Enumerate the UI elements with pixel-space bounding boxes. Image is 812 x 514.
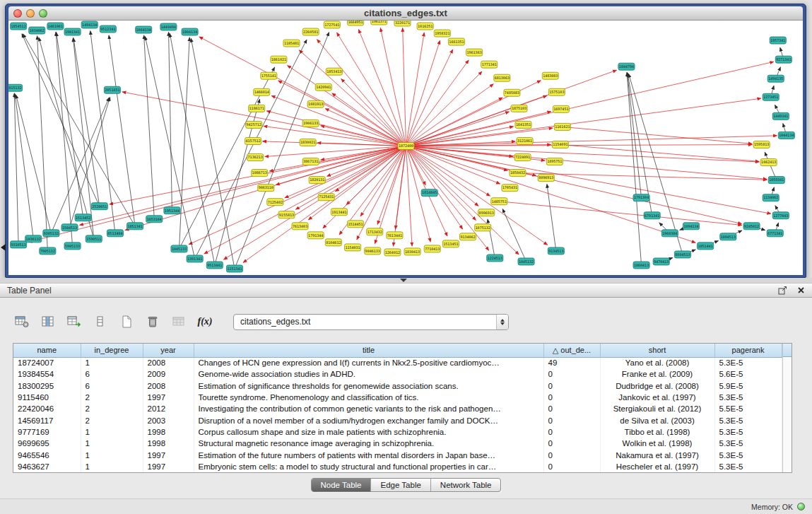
graph-edge[interactable] [406,146,500,184]
graph-edge[interactable] [73,37,93,239]
table-cell[interactable]: 0 [543,449,600,460]
graph-node[interactable]: 1161621 [554,123,570,130]
table-row[interactable]: 946362711997Embryonic stem cells: a mode… [13,461,782,472]
table-cell[interactable]: de Silva et al. (2003) [600,414,714,426]
graph-node[interactable]: 1957341 [770,37,786,44]
graph-edge[interactable] [358,30,406,146]
graph-edge[interactable] [560,144,759,161]
graph-edge[interactable] [37,36,48,251]
table-cell[interactable]: 49 [543,357,600,368]
graph-edge[interactable] [406,112,510,146]
graph-node[interactable]: 1045132 [518,258,534,265]
graph-edge[interactable] [403,28,406,146]
table-cell[interactable]: 5.3E-5 [714,426,782,438]
graph-node[interactable]: 1960384 [661,230,678,237]
graph-node[interactable]: 9310513 [11,241,27,248]
network-view-window[interactable]: citations_edges.txt 18724001185481186102… [5,4,806,278]
table-cell[interactable]: 5.3E-5 [714,438,782,449]
graph-node[interactable]: 1134062 [763,194,779,201]
table-row[interactable]: 977716911998Corpus callosum shape and si… [13,426,782,438]
graph-node[interactable]: 2520651 [91,203,107,210]
graph-node[interactable]: 1844794 [618,63,635,70]
import-table-icon[interactable] [65,313,83,330]
column-header[interactable]: short [600,344,714,357]
table-cell[interactable]: 1998 [143,438,194,449]
column-header[interactable]: title [194,344,543,357]
graph-edge[interactable] [627,73,641,198]
graph-node[interactable]: 1154031 [344,244,360,251]
table-cell[interactable]: Estimation of significance thresholds fo… [194,380,543,392]
table-cell[interactable]: Investigating the contribution of common… [194,403,543,414]
graph-node[interactable]: 8996913 [478,209,495,216]
panel-splitter[interactable] [0,278,812,283]
table-cell[interactable]: Embryonic stem cells: a model to study s… [194,461,543,472]
table-cell[interactable]: 6 [81,368,143,380]
table-cell[interactable]: 2003 [143,414,194,426]
graph-node[interactable]: 1727541 [324,21,340,28]
table-cell[interactable]: 9463627 [13,461,81,472]
graph-node[interactable]: 1755141 [261,72,277,79]
graph-node[interactable]: 1820131 [309,177,325,184]
table-cell[interactable]: Dudbridge et al. (2008) [600,380,714,392]
graph-edge[interactable] [332,93,406,146]
graph-edge[interactable] [191,38,235,269]
table-cell[interactable]: Genome-wide association studies in ADHD. [194,368,543,380]
table-cell[interactable]: 9699695 [13,438,81,449]
network-canvas[interactable]: 1872400118548118610211755141146601411861… [8,21,803,275]
graph-node[interactable]: 1151341 [226,265,242,272]
table-cell[interactable]: 5.3E-5 [714,461,782,472]
combo-stepper-icon[interactable] [496,315,508,329]
graph-node[interactable]: 1485751 [491,198,507,205]
graph-node[interactable]: 3121061 [517,137,533,144]
graph-edge[interactable] [145,36,194,258]
table-cell[interactable]: 2 [81,414,143,426]
graph-node[interactable]: 1958321 [434,30,450,37]
table-cell[interactable]: Wolkin et al. (1998) [600,438,714,449]
table-cell[interactable]: 0 [543,461,600,472]
graph-node[interactable]: 1590511 [86,235,102,243]
graph-node[interactable]: 6791341 [644,212,660,219]
graph-node[interactable]: 9245012 [743,223,760,230]
graph-node[interactable]: 1653104 [146,216,163,223]
table-cell[interactable]: 1 [81,438,143,449]
graph-node[interactable]: 1514451 [347,221,363,228]
graph-edge[interactable] [109,35,135,226]
table-cell[interactable]: 5.3E-5 [714,357,782,368]
graph-edge[interactable] [547,184,556,251]
graph-node[interactable]: 1277043 [772,212,789,219]
graph-node[interactable]: 1420941 [315,83,331,90]
graph-edge[interactable] [406,146,767,179]
close-window-button[interactable] [13,9,22,18]
graph-edge[interactable] [170,33,215,265]
graph-node[interactable]: 1494135 [767,75,784,82]
table-cell[interactable]: 5.3E-5 [714,392,782,403]
graph-edge[interactable] [502,209,526,262]
graph-node[interactable]: 7485083 [504,89,520,96]
table-cell[interactable]: 1998 [143,426,194,438]
network-selector[interactable]: citations_edges.txt [233,314,509,330]
graph-node[interactable]: 1641351 [515,121,531,128]
table-cell[interactable]: 1 [81,449,143,460]
graph-node[interactable]: 1062413 [760,159,777,166]
graph-node[interactable]: 1861021 [271,56,287,63]
graph-edge[interactable] [406,146,479,206]
table-cell[interactable]: 14569117 [13,414,81,426]
graph-node[interactable]: 8804513 [674,251,690,258]
graph-node[interactable]: 1015132 [8,84,23,91]
graph-node[interactable]: 1860413 [633,262,649,269]
graph-node[interactable]: 1391341 [187,255,203,262]
table-row[interactable]: 1830029562008Estimation of significance … [13,380,782,392]
table-cell[interactable]: 1997 [143,392,194,403]
table-cell[interactable]: 1 [81,357,143,368]
column-header[interactable]: pagerank [714,344,782,357]
window-titlebar[interactable]: citations_edges.txt [8,6,803,21]
table-cell[interactable]: 2008 [143,357,194,368]
graph-node[interactable]: 1440494 [160,23,177,30]
graph-edge[interactable] [341,78,406,146]
graph-node[interactable]: 7613441 [387,232,403,239]
delete-column-icon[interactable] [143,313,162,330]
graph-edge[interactable] [337,33,406,146]
graph-node[interactable]: 9155813 [278,211,295,218]
tab-node-table[interactable]: Node Table [312,479,372,491]
table-row[interactable]: 2242004622012Investigating the contribut… [13,403,782,414]
